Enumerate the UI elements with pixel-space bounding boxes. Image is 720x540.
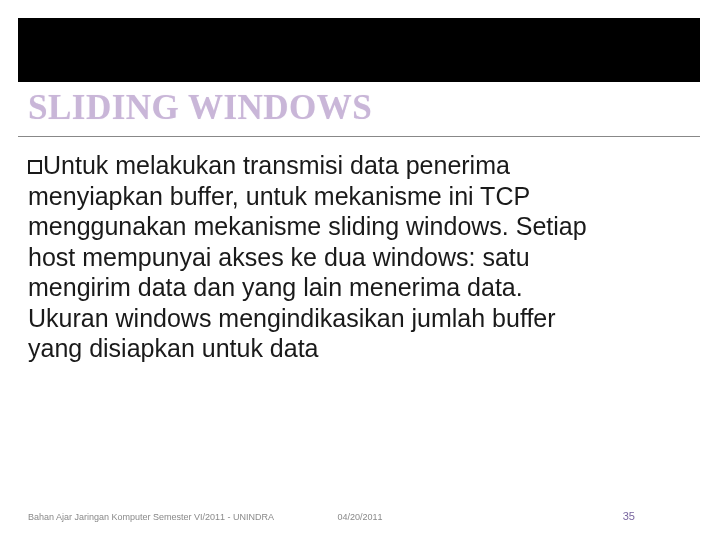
- footer-date: 04/20/2011: [0, 512, 720, 522]
- header-blackbox: [18, 18, 700, 82]
- footer: Bahan Ajar Jaringan Komputer Semester VI…: [0, 506, 720, 522]
- slide: SLIDING WINDOWS Untuk melakukan transmis…: [0, 0, 720, 540]
- slide-title: SLIDING WINDOWS: [28, 88, 372, 128]
- title-underline: [18, 136, 700, 137]
- body-text: Untuk melakukan transmisi data penerima …: [28, 150, 604, 364]
- footer-page-number: 35: [623, 510, 635, 522]
- body-lead: Untuk: [43, 151, 108, 179]
- square-bullet-icon: [28, 160, 42, 174]
- body-rest: melakukan transmisi data penerima menyia…: [28, 151, 587, 362]
